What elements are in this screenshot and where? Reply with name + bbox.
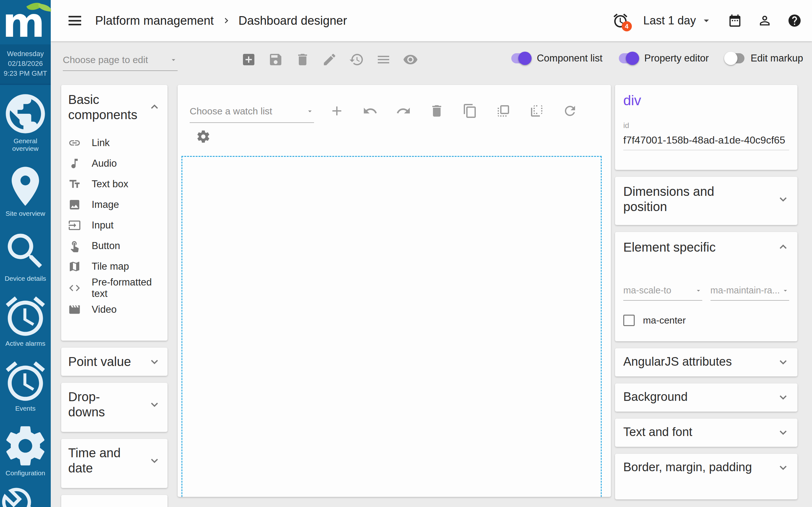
ma-center-checkbox-row[interactable]: ma-center (623, 315, 789, 326)
section-title: Basic components (68, 92, 141, 122)
component-input[interactable]: Input (68, 215, 160, 235)
send-to-back-button[interactable] (529, 103, 544, 118)
selected-element-card: div id (615, 85, 798, 170)
menu-toggle-icon[interactable] (68, 16, 81, 25)
section-title: Point value (68, 354, 131, 369)
add-page-button[interactable] (241, 52, 256, 67)
page-to-edit-select[interactable]: Choose page to edit (63, 55, 177, 71)
sidebar-item-events[interactable]: Events (0, 352, 51, 417)
watch-list-select[interactable]: Choose a watch list (190, 106, 314, 123)
section-title: AngularJS attributes (623, 354, 732, 369)
toggle-knob (626, 52, 639, 65)
time-range-select[interactable]: Last 1 day (643, 14, 696, 27)
component-audio[interactable]: Audio (68, 153, 160, 174)
map-icon (68, 260, 81, 273)
page-select-placeholder: Choose page to edit (63, 55, 148, 65)
text-and-font-section: Text and font (615, 418, 798, 447)
breadcrumb-dashboard-designer[interactable]: Dashboard designer (239, 14, 347, 27)
component-label: Text box (92, 178, 128, 190)
drop-downs-section: Drop-downs (61, 383, 167, 432)
calendar-icon[interactable] (728, 13, 742, 28)
chevron-up-icon (148, 101, 160, 113)
edit-page-button[interactable] (322, 52, 337, 67)
section-title: Time and date (68, 445, 132, 475)
mango-logo[interactable]: m (0, 0, 51, 44)
dropdown-caret-icon (695, 287, 702, 294)
preview-eye-button[interactable] (403, 52, 418, 67)
element-specific-header[interactable]: Element specific (623, 239, 789, 255)
chevron-down-icon (777, 193, 789, 205)
sidebar-item-label: Site overview (2, 210, 49, 218)
id-field-label: id (623, 121, 789, 130)
component-video[interactable]: Video (68, 299, 160, 320)
dropdown-caret-icon (306, 107, 314, 115)
property-editor-toggle[interactable]: Property editor (619, 53, 709, 64)
element-tag: div (623, 93, 789, 108)
point-value-header[interactable]: Point value (68, 354, 160, 369)
sidebar-item-active-alarms[interactable]: Active alarms (0, 287, 51, 352)
toggle-knob (724, 52, 738, 65)
edit-markup-toggle[interactable]: Edit markup (725, 53, 803, 64)
canvas-settings-gear-button[interactable] (196, 129, 211, 144)
checkbox-icon[interactable] (623, 315, 635, 326)
toggle-track (725, 53, 745, 63)
bring-to-front-button[interactable] (496, 103, 511, 118)
help-icon[interactable] (787, 13, 802, 28)
angularjs-attributes-section: AngularJS attributes (615, 348, 798, 377)
redo-button[interactable] (396, 103, 411, 118)
ma-maintain-ratio-select[interactable]: ma-maintain-ra... (711, 285, 790, 301)
time-and-date-header[interactable]: Time and date (68, 445, 160, 475)
component-label: Input (92, 220, 113, 231)
component-image[interactable]: Image (68, 194, 160, 215)
sidebar-item-general-overview[interactable]: General overview (0, 85, 51, 158)
active-alarms-button[interactable]: 4 (612, 12, 629, 29)
drop-downs-header[interactable]: Drop-downs (68, 389, 160, 419)
add-component-button[interactable] (329, 103, 345, 118)
component-link[interactable]: Link (68, 132, 160, 153)
wrench-icon (2, 487, 49, 507)
sidebar-datetime: Wednesday 02/18/2026 9:23 PM GMT (0, 44, 51, 85)
selected-div-outline[interactable] (182, 156, 602, 497)
component-label: Pre-formatted text (92, 277, 158, 299)
next-section-cutoff[interactable] (61, 495, 167, 507)
refresh-button[interactable] (562, 103, 577, 118)
background-header[interactable]: Background (623, 390, 789, 404)
history-button[interactable] (349, 52, 364, 67)
delete-selection-button[interactable] (429, 103, 444, 118)
component-text-box[interactable]: Text box (68, 174, 160, 194)
sidebar-item-device-details[interactable]: Device details (0, 222, 51, 287)
dimensions-position-header[interactable]: Dimensions and position (623, 184, 789, 214)
component-list-toggle[interactable]: Component list (511, 53, 602, 64)
delete-page-button[interactable] (295, 52, 310, 67)
component-label: Link (92, 137, 110, 149)
sidebar-item-site-overview[interactable]: Site overview (0, 158, 51, 222)
sidebar-item-administration[interactable]: Administration (0, 482, 51, 507)
component-button[interactable]: Button (68, 235, 160, 256)
toggle-track (511, 53, 530, 63)
basic-components-header[interactable]: Basic components (68, 92, 160, 122)
checkbox-label: ma-center (643, 315, 686, 326)
sidebar-item-label: Active alarms (2, 340, 49, 348)
save-page-button[interactable] (268, 52, 283, 67)
id-field-input[interactable] (623, 132, 789, 150)
chevron-down-icon[interactable] (700, 14, 712, 26)
ma-scale-to-select[interactable]: ma-scale-to (623, 285, 702, 301)
text-and-font-header[interactable]: Text and font (623, 425, 789, 440)
input-icon (68, 219, 81, 232)
sidebar-item-configuration[interactable]: Configuration (0, 417, 51, 482)
component-pre-formatted-text[interactable]: Pre-formatted text (68, 277, 160, 299)
component-tile-map[interactable]: Tile map (68, 256, 160, 277)
time-and-date-section: Time and date (61, 439, 167, 488)
globe-icon (2, 90, 49, 137)
border-margin-padding-header[interactable]: Border, margin, padding (623, 460, 789, 475)
copy-button[interactable] (462, 103, 478, 118)
angularjs-attributes-header[interactable]: AngularJS attributes (623, 354, 789, 369)
chevron-down-icon (777, 461, 789, 473)
alarm-clock-icon (2, 358, 49, 405)
breadcrumb-platform-management[interactable]: Platform management (95, 14, 214, 27)
user-icon[interactable] (757, 13, 772, 28)
undo-button[interactable] (362, 103, 378, 118)
location-pin-icon (2, 163, 49, 210)
menu-list-button[interactable] (376, 52, 391, 67)
designer-toggles: Component list Property editor Edit mark… (511, 53, 803, 64)
